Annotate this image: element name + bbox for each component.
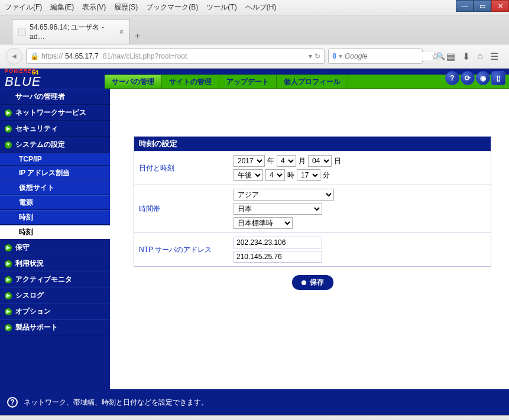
menu-help[interactable]: ヘルプ(H) (245, 2, 277, 12)
window-close-button[interactable]: ✕ (491, 0, 509, 12)
chevron-right-icon: ▶ (5, 276, 12, 283)
sidebar-sub-virtual-site[interactable]: 仮想サイト (0, 180, 110, 195)
month-suffix: 月 (299, 156, 306, 166)
sidebar-item-syslog[interactable]: ▶シスログ (0, 287, 110, 303)
tab-profile[interactable]: 個人プロフィール (277, 75, 348, 88)
chevron-down-icon: ▼ (5, 141, 12, 148)
sidebar-sub-power[interactable]: 電源 (0, 195, 110, 210)
hour-suffix: 時 (287, 170, 294, 180)
window-minimize-button[interactable]: — (456, 0, 474, 12)
content-area: 時刻の設定 日付と時刻 2017 年 4 月 04 日 午後 (110, 89, 509, 389)
url-scheme: https:// (41, 52, 63, 60)
menu-edit[interactable]: 編集(E) (50, 2, 74, 12)
sidebar: サーバの管理者 ▶ネットワークサービス ▶セキュリティ ▼システムの設定 TCP… (0, 89, 110, 389)
sidebar-sub-time-parent[interactable]: 時刻 (0, 210, 110, 225)
day-suffix: 日 (334, 156, 341, 166)
search-separator: ▾ (339, 52, 342, 60)
hamburger-menu-icon[interactable]: ☰ (490, 51, 498, 62)
tz-select[interactable]: 日本標準時 (234, 217, 293, 229)
search-input[interactable] (345, 52, 434, 60)
month-select[interactable]: 4 (277, 155, 296, 167)
reload-icon[interactable]: ↻ (315, 52, 320, 60)
minute-select[interactable]: 17 (297, 169, 320, 181)
sidebar-item-active-monitor[interactable]: ▶アクティブモニタ (0, 272, 110, 287)
year-suffix: 年 (267, 156, 274, 166)
app-header: POWERED BLUE 64 サーバの管理 サイトの管理 アップデート 個人プ… (0, 69, 509, 89)
status-text: ネットワーク、帯域幅、時刻と日付などを設定できます。 (24, 398, 208, 408)
menu-file[interactable]: ファイル(F) (5, 2, 42, 12)
ampm-select[interactable]: 午後 (234, 169, 263, 181)
browser-bottom-chrome (0, 415, 509, 420)
chevron-right-icon: ▶ (5, 125, 12, 133)
save-dot-icon (301, 280, 306, 285)
chevron-right-icon: ▶ (5, 260, 12, 267)
google-icon: 8 (332, 52, 336, 60)
menu-view[interactable]: 表示(V) (82, 2, 106, 12)
chevron-right-icon: ▶ (5, 244, 12, 251)
menu-tools[interactable]: ツール(T) (206, 2, 236, 12)
browser-menu-bar: ファイル(F) 編集(E) 表示(V) 履歴(S) ブックマーク(B) ツール(… (0, 0, 509, 15)
lock-icon: 🔒 (30, 52, 39, 60)
view-icon[interactable]: ◉ (476, 71, 490, 85)
sidebar-item-system[interactable]: ▼システムの設定 (0, 137, 110, 153)
url-bar[interactable]: 🔒 https:// 54.65.17.7 ▾ ↻ (26, 49, 325, 64)
bookmark-star-icon[interactable]: ☆ (431, 51, 439, 62)
tab-site-admin[interactable]: サイトの管理 (162, 75, 219, 88)
sidebar-sub-time-active[interactable]: 時刻 (0, 225, 110, 240)
save-button[interactable]: 保存 (292, 275, 333, 290)
app-frame: POWERED BLUE 64 サーバの管理 サイトの管理 アップデート 個人プ… (0, 69, 509, 415)
window-maximize-button[interactable]: ▭ (474, 0, 491, 12)
logo-64-text: 64 (32, 69, 38, 76)
logout-icon[interactable]: ▯ (491, 71, 505, 85)
status-bar: ? ネットワーク、帯域幅、時刻と日付などを設定できます。 (0, 389, 509, 415)
back-button[interactable]: ◄ (6, 48, 22, 64)
new-tab-button[interactable]: + (130, 28, 145, 44)
sidebar-item-maintenance[interactable]: ▶保守 (0, 240, 110, 256)
tab-close-icon[interactable]: × (119, 28, 124, 36)
region-select[interactable]: アジア (234, 189, 334, 201)
label-timezone: 時間帯 (134, 185, 229, 232)
hour-select[interactable]: 4 (265, 169, 285, 181)
url-host: 54.65.17.7 (65, 52, 99, 60)
browser-tab[interactable]: 54.65.96.14; ユーザ名 - ad… × (12, 19, 130, 44)
sidebar-item-network[interactable]: ▶ネットワークサービス (0, 105, 110, 121)
chevron-right-icon: ▶ (5, 324, 12, 331)
sidebar-item-server-admin[interactable]: サーバの管理者 (0, 89, 110, 105)
tab-favicon (18, 28, 26, 36)
sidebar-item-usage[interactable]: ▶利用状況 (0, 256, 110, 272)
day-select[interactable]: 04 (308, 155, 332, 167)
sidebar-sub-tcpip[interactable]: TCP/IP (0, 153, 110, 166)
chevron-right-icon: ▶ (5, 292, 12, 299)
sidebar-sub-ip-assign[interactable]: IP アドレス割当 (0, 166, 110, 180)
menu-history[interactable]: 履歴(S) (114, 2, 138, 12)
tab-title: 54.65.96.14; ユーザ名 - ad… (30, 22, 116, 41)
year-select[interactable]: 2017 (234, 155, 265, 167)
sidebar-item-security[interactable]: ▶セキュリティ (0, 121, 110, 137)
search-box[interactable]: 8 ▾ 🔍 (328, 49, 423, 64)
chevron-right-icon: ▶ (5, 308, 12, 315)
tab-update[interactable]: アップデート (219, 75, 277, 88)
url-input[interactable] (101, 52, 307, 60)
browser-nav-toolbar: ◄ 🔒 https:// 54.65.17.7 ▾ ↻ 8 ▾ 🔍 ☆ ▤ ⬇ … (0, 44, 509, 69)
dropdown-icon[interactable]: ▾ (309, 52, 312, 60)
help-icon[interactable]: ? (445, 71, 459, 85)
sidebar-item-support[interactable]: ▶製品サポート (0, 319, 110, 335)
label-ntp: NTP サーバのアドレス (134, 233, 229, 266)
time-settings-panel: 時刻の設定 日付と時刻 2017 年 4 月 04 日 午後 (134, 136, 491, 267)
status-help-icon[interactable]: ? (7, 397, 18, 408)
reading-list-icon[interactable]: ▤ (446, 51, 455, 62)
menu-bookmarks[interactable]: ブックマーク(B) (146, 2, 198, 12)
home-icon[interactable]: ⌂ (477, 51, 483, 62)
panel-title: 時刻の設定 (134, 137, 491, 151)
chevron-right-icon: ▶ (5, 109, 12, 117)
refresh-app-icon[interactable]: ⟳ (461, 71, 475, 85)
tab-server-admin[interactable]: サーバの管理 (105, 75, 162, 88)
country-select[interactable]: 日本 (234, 203, 322, 215)
logo-blue-text: BLUE (5, 74, 41, 89)
downloads-icon[interactable]: ⬇ (462, 51, 470, 62)
label-datetime: 日付と時刻 (134, 151, 229, 185)
ntp-server-2[interactable]: 210.145.25.76 (234, 251, 322, 263)
sidebar-item-options[interactable]: ▶オプション (0, 303, 110, 319)
save-label: 保存 (310, 277, 324, 287)
ntp-server-1[interactable]: 202.234.23.106 (234, 237, 322, 248)
